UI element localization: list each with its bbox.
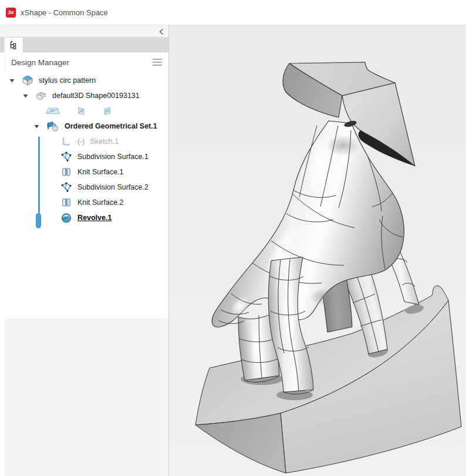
tree-item-root[interactable]: stylus circ pattern: [0, 73, 168, 88]
collapse-chevron-icon[interactable]: [159, 28, 164, 35]
expand-arrow[interactable]: [9, 78, 15, 83]
tree-item-label: Revolve.1: [77, 214, 112, 222]
tree-item-label: Subdivision Surface.2: [77, 184, 148, 191]
tree-item-revolve[interactable]: Revolve.1: [0, 210, 168, 225]
xshape-window: 3s xShape - Common Space: [0, 0, 466, 476]
tree-item-label: Ordered Geometrical Set.1: [65, 123, 157, 130]
sketch-status-prefix: (-): [77, 137, 85, 146]
panel-tab-bar: [0, 37, 168, 52]
tree-item-label: default3D Shape00193131: [52, 92, 140, 100]
design-manager-panel: Design Manager stylus circ patterndefaul…: [0, 25, 169, 476]
part-icon: [22, 75, 33, 86]
ogs-icon: [46, 120, 59, 132]
panel-bottom-area: [5, 319, 168, 476]
tree-item-subdiv1[interactable]: Subdivision Surface.1: [0, 149, 168, 164]
window-title: xShape - Common Space: [21, 8, 108, 17]
panel-collapse-strip: [0, 26, 168, 37]
tree-item-planes[interactable]: XYYZZX: [0, 103, 168, 119]
tree-icon: [8, 39, 19, 51]
tree-item-label: Knit Surface.1: [77, 168, 124, 176]
svg-text:YZ: YZ: [79, 109, 84, 113]
svg-text:XY: XY: [50, 109, 55, 113]
knit-icon: [60, 166, 72, 178]
subdivision-icon: [60, 181, 72, 193]
panel-header: Design Manager: [0, 52, 168, 73]
tree-item-sketch[interactable]: (-)Sketch.1: [0, 134, 168, 149]
shape-icon: [35, 90, 47, 102]
panel-title: Design Manager: [11, 58, 69, 67]
title-bar: 3s xShape - Common Space: [0, 0, 466, 25]
tree-item-subdiv2[interactable]: Subdivision Surface.2: [0, 180, 168, 195]
app-logo-icon: 3s: [6, 8, 16, 18]
feature-tree: stylus circ patterndefault3D Shape001931…: [0, 73, 168, 319]
tree-item-label: Subdivision Surface.1: [77, 153, 148, 161]
tree-item-shape[interactable]: default3D Shape00193131: [0, 88, 168, 103]
tree-item-ogs[interactable]: Ordered Geometrical Set.1: [0, 119, 168, 134]
tree-item-knit2[interactable]: Knit Surface.2: [0, 195, 168, 210]
expand-arrow[interactable]: [23, 93, 28, 99]
plane-zx-icon[interactable]: ZX: [102, 105, 113, 117]
expand-arrow[interactable]: [34, 124, 39, 129]
plane-xy-icon[interactable]: XY: [45, 105, 60, 117]
revolve-icon: [60, 212, 72, 224]
knit-icon: [60, 197, 72, 208]
plane-yz-icon[interactable]: YZ: [75, 105, 87, 117]
tree-item-knit1[interactable]: Knit Surface.1: [0, 164, 168, 180]
panel-menu-icon[interactable]: [153, 59, 162, 67]
tree-item-label: stylus circ pattern: [39, 77, 96, 85]
svg-text:ZX: ZX: [105, 109, 110, 113]
subdivision-icon: [60, 151, 72, 163]
model-canvas: [169, 25, 466, 476]
tree-item-label: Sketch.1: [90, 138, 119, 146]
viewport-3d[interactable]: [169, 25, 466, 476]
tab-design-tree[interactable]: [4, 37, 23, 53]
tree-item-label: Knit Surface.2: [77, 199, 124, 207]
sketch-icon: [60, 136, 72, 147]
